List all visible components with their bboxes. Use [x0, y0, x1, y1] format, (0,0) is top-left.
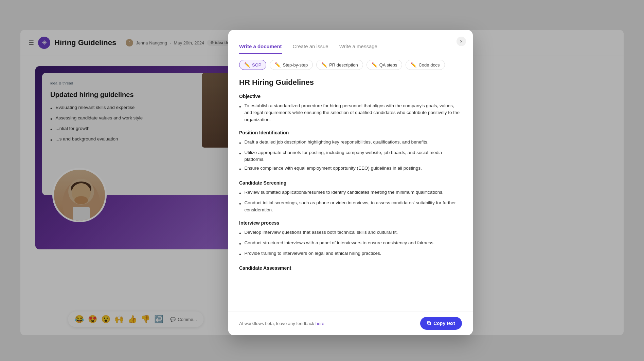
document-type-pills: ✏️ SOP ✏️ Step-by-step ✏️ PR description…: [228, 54, 473, 75]
interview-bullet-1: Develop interview questions that assess …: [239, 229, 462, 238]
step-label: Step-by-step: [283, 62, 308, 68]
modal-tabs: Write a document Create an issue Write a…: [228, 39, 473, 54]
section-screening-heading: Candidate Screening: [239, 180, 462, 186]
section-position-heading: Position Identification: [239, 130, 462, 135]
document-content: HR Hiring Guidelines Objective To establ…: [228, 75, 473, 335]
interview-bullet-3: Provide training to interviewers on lega…: [239, 250, 462, 259]
pill-qa-steps[interactable]: ✏️ QA steps: [366, 60, 402, 70]
objective-bullet-1: To establish a standardized procedure fo…: [239, 102, 462, 123]
step-icon: ✏️: [275, 62, 281, 68]
position-bullet-2: Utilize appropriate channels for posting…: [239, 149, 462, 163]
pr-icon: ✏️: [321, 62, 327, 68]
section-interview-heading: Interview process: [239, 220, 462, 226]
position-bullet-1: Draft a detailed job description highlig…: [239, 139, 462, 147]
qa-label: QA steps: [379, 62, 397, 68]
tab-write-message[interactable]: Write a message: [339, 39, 377, 54]
pr-label: PR description: [329, 62, 358, 68]
feedback-text: AI workflows beta, leave any feedback he…: [239, 321, 324, 326]
pill-code-docs[interactable]: ✏️ Code docs: [406, 60, 445, 70]
modal-close-button[interactable]: ×: [457, 37, 466, 46]
qa-icon: ✏️: [372, 62, 377, 68]
screening-bullet-1: Review submitted applications/resumes to…: [239, 189, 462, 197]
section-assessment-heading: Candidate Assessment: [239, 265, 462, 271]
sop-icon: ✏️: [244, 62, 250, 68]
screening-bullet-2: Conduct initial screenings, such as phon…: [239, 200, 462, 213]
copy-icon: ⧉: [427, 320, 431, 326]
pill-sop[interactable]: ✏️ SOP: [239, 60, 266, 70]
modal-header: ×: [228, 30, 473, 38]
feedback-link[interactable]: here: [316, 321, 324, 326]
document-title: HR Hiring Guidelines: [239, 78, 462, 87]
code-label: Code docs: [418, 62, 440, 68]
ai-modal: × Write a document Create an issue Write…: [228, 30, 473, 335]
position-bullet-3: Ensure compliance with equal employment …: [239, 165, 462, 173]
sop-label: SOP: [252, 62, 261, 68]
interview-bullet-2: Conduct structured interviews with a pan…: [239, 240, 462, 248]
tab-create-issue[interactable]: Create an issue: [293, 39, 328, 54]
modal-footer: AI workflows beta, leave any feedback he…: [228, 311, 473, 335]
section-objective-heading: Objective: [239, 94, 462, 99]
tab-write-document[interactable]: Write a document: [239, 39, 282, 54]
copy-text-button[interactable]: ⧉ Copy text: [420, 317, 462, 330]
pill-pr-description[interactable]: ✏️ PR description: [316, 60, 363, 70]
code-icon: ✏️: [411, 62, 416, 68]
copy-label: Copy text: [433, 321, 455, 326]
pill-step-by-step[interactable]: ✏️ Step-by-step: [270, 60, 313, 70]
